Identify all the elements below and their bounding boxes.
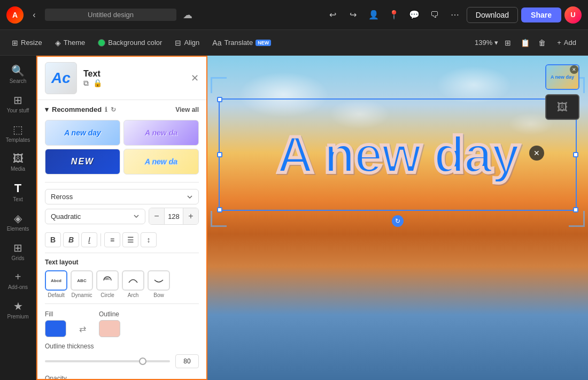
addons-label: Add-ons: [8, 284, 28, 290]
style-preview-4[interactable]: A new da: [123, 149, 199, 174]
thumbnail-close[interactable]: ✕: [570, 65, 578, 74]
layout-circle-label: Circle: [100, 292, 114, 298]
align-left-button[interactable]: ≡: [104, 232, 120, 247]
font-family-select[interactable]: Reross: [45, 189, 199, 204]
copy-icon[interactable]: ⧉: [83, 79, 89, 88]
resize-button[interactable]: ⊞ Resize: [6, 36, 48, 50]
share-button[interactable]: Share: [521, 7, 561, 22]
view-all-link[interactable]: View all: [175, 106, 199, 113]
add-icon: +: [557, 39, 561, 47]
notes-button[interactable]: 📋: [517, 35, 532, 50]
premium-icon: ★: [13, 300, 23, 313]
main-layout: 🔍 Search ⊞ Your stuff ⬚ Templates 🖼 Medi…: [0, 56, 588, 380]
thickness-slider[interactable]: [45, 360, 170, 362]
text-panel: Ac Text ⧉ 🔒 ✕ ▾ Recommended ℹ ↻ View all…: [36, 56, 207, 380]
panel-icons: ⧉ 🔒: [83, 79, 184, 88]
sidebar-item-addons[interactable]: + Add-ons: [2, 267, 34, 294]
handle-ml[interactable]: [217, 152, 222, 157]
panel-close-button[interactable]: ✕: [191, 72, 199, 84]
grid-view-button[interactable]: ⊞: [500, 35, 515, 50]
thumbnail-sidebar: A new day ✕ 🖼: [545, 64, 579, 120]
zoom-control[interactable]: 139% ▾: [475, 39, 498, 47]
sidebar-item-search[interactable]: 🔍 Search: [2, 60, 34, 88]
logo: A: [6, 6, 24, 24]
line-height-button[interactable]: ↕: [141, 232, 157, 247]
layout-arch[interactable]: Arch: [122, 270, 144, 298]
layout-default-label: Default: [48, 292, 65, 298]
canvas-area: A new day ↻ A new day ✕ 🖼 ✕: [207, 56, 588, 380]
style-preview-2[interactable]: A new da: [123, 120, 199, 146]
theme-icon: ◈: [55, 39, 61, 47]
canvas-close-button[interactable]: ✕: [529, 146, 544, 161]
italic-button[interactable]: I: [81, 232, 97, 247]
swap-icon[interactable]: ⇄: [79, 320, 86, 337]
theme-button[interactable]: ◈ Theme: [50, 36, 90, 50]
handle-mr[interactable]: [573, 152, 578, 157]
text-element[interactable]: A new day ↻: [219, 98, 577, 211]
collab-button[interactable]: 👤: [365, 6, 382, 24]
bg-color-label: Background color: [108, 39, 162, 47]
sidebar-item-premium[interactable]: ★ Premium: [2, 295, 34, 324]
handle-tl[interactable]: [217, 97, 222, 102]
style-text-3: NEW: [71, 157, 94, 166]
outline-section: Outline: [99, 310, 120, 337]
comment-button[interactable]: 💬: [406, 6, 423, 24]
comment2-button[interactable]: 🗨: [426, 6, 443, 24]
back-button[interactable]: ‹: [28, 9, 41, 21]
recommended-label: Recommended: [52, 105, 102, 113]
templates-icon: ⬚: [13, 123, 23, 136]
add-button[interactable]: + Add: [552, 36, 582, 49]
align-button[interactable]: ⊟ Align: [169, 36, 205, 50]
lock-icon[interactable]: 🔒: [93, 79, 102, 88]
sidebar-item-yourstuff[interactable]: ⊞ Your stuff: [2, 89, 34, 118]
rotate-handle[interactable]: ↻: [392, 215, 404, 227]
sidebar-item-elements[interactable]: ◈ Elements: [2, 208, 34, 236]
addons-icon: +: [15, 271, 21, 283]
document-title[interactable]: Untitled design: [45, 9, 176, 21]
redo-button[interactable]: ↪: [345, 6, 362, 24]
top-icons: ↩ ↪ 👤 📍 💬 🗨 ⋯ Download Share U: [324, 6, 582, 24]
bold-italic-button[interactable]: B: [63, 232, 79, 247]
refresh-icon[interactable]: ↻: [111, 106, 116, 113]
sidebar-item-templates[interactable]: ⬚ Templates: [2, 119, 34, 147]
layout-dynamic[interactable]: ABC Dynamic: [71, 270, 93, 298]
sidebar-item-grids[interactable]: ⊞ Grids: [2, 237, 34, 265]
resize-label: Resize: [21, 39, 42, 47]
translate-button[interactable]: Aa Translate NEW: [207, 36, 276, 50]
thickness-value: 80: [175, 354, 199, 368]
layout-bow-label: Bow: [153, 292, 164, 298]
layout-bow[interactable]: Bow: [148, 270, 170, 298]
fill-color-swatch[interactable]: [45, 320, 66, 337]
handle-bl[interactable]: [217, 207, 222, 212]
undo-button[interactable]: ↩: [324, 6, 342, 24]
align-center-button[interactable]: ☰: [122, 232, 138, 247]
download-button[interactable]: Download: [467, 7, 518, 23]
location-button[interactable]: 📍: [385, 6, 403, 24]
info-icon: ℹ: [105, 106, 107, 113]
avatar[interactable]: U: [564, 6, 582, 24]
trash-button[interactable]: 🗑: [535, 35, 550, 50]
layout-default[interactable]: Abcd Default: [45, 270, 67, 298]
handle-br[interactable]: [573, 207, 578, 212]
layout-options: Abcd Default ABC Dynamic ABC: [45, 270, 199, 298]
size-increase-button[interactable]: +: [183, 208, 198, 224]
size-input[interactable]: [164, 208, 183, 224]
layout-circle[interactable]: ABC Circle: [96, 270, 119, 298]
layout-default-icon: Abcd: [45, 270, 67, 291]
sidebar-item-media[interactable]: 🖼 Media: [2, 148, 34, 176]
size-decrease-button[interactable]: −: [149, 208, 164, 224]
font-style-select[interactable]: Quadratic: [45, 209, 145, 224]
style-preview-3[interactable]: NEW: [45, 149, 120, 174]
bg-color-button[interactable]: Background color: [92, 36, 167, 49]
sidebar-item-text[interactable]: T Text: [2, 177, 34, 207]
format-separator: [100, 233, 101, 246]
collapse-icon[interactable]: ▾: [45, 105, 49, 113]
more-button[interactable]: ⋯: [446, 6, 463, 24]
outline-color-swatch[interactable]: [99, 320, 120, 337]
templates-label: Templates: [6, 137, 30, 143]
thickness-slider-row: 80: [45, 354, 199, 368]
style-preview-1[interactable]: A new day: [45, 120, 120, 146]
bold-button[interactable]: B: [45, 232, 61, 247]
align-label: Align: [184, 39, 199, 47]
thumbnail-add[interactable]: 🖼: [545, 94, 579, 120]
